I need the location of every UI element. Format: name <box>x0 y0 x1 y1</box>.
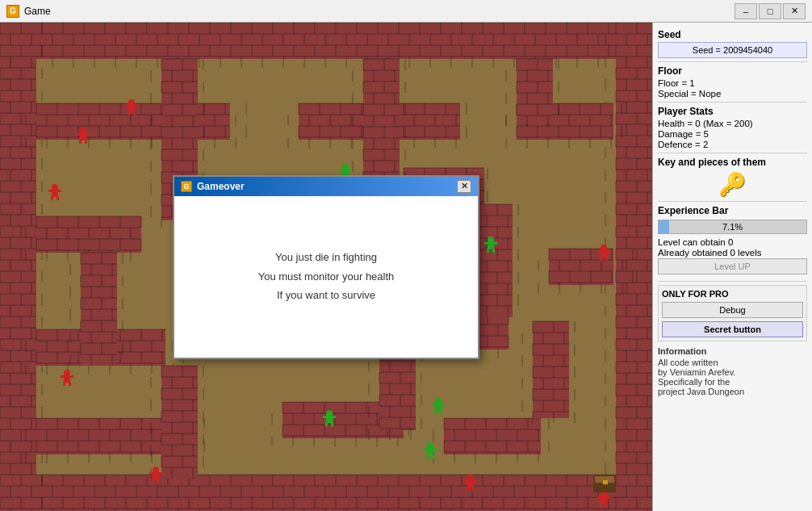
dialog-close-button[interactable]: ✕ <box>457 180 471 193</box>
player-stats-title: Player Stats <box>658 106 807 117</box>
info-title: Information <box>658 346 807 356</box>
key-section-title: Key and pieces of them <box>658 157 807 168</box>
title-bar-left: G Game <box>6 5 51 18</box>
main-area: G Gameover ✕ You just die in fighting Yo… <box>0 23 812 511</box>
dialog-line1: You just die in fighting <box>258 248 395 266</box>
minimize-button[interactable]: – <box>735 3 757 19</box>
window-title: Game <box>24 6 51 17</box>
maximize-button[interactable]: □ <box>759 3 781 19</box>
dialog-message: You just die in fighting You must monito… <box>258 248 395 304</box>
divider-3 <box>658 153 807 153</box>
dialog-content: You just die in fighting You must monito… <box>174 196 478 358</box>
level-can-obtain: Level can obtain 0 <box>658 237 807 247</box>
secret-button[interactable]: Secret button <box>662 321 803 337</box>
dialog-title-text: Gameover <box>197 181 245 192</box>
dialog-titlebar: G Gameover ✕ <box>174 177 478 196</box>
title-bar-controls[interactable]: – □ ✕ <box>735 3 806 19</box>
level-up-button[interactable]: Level UP <box>658 258 807 274</box>
dialog-title-left: G Gameover <box>181 181 245 192</box>
exp-bar-container: 7.1% <box>658 220 807 234</box>
game-area: G Gameover ✕ You just die in fighting Yo… <box>0 23 652 511</box>
gameover-dialog: G Gameover ✕ You just die in fighting Yo… <box>173 175 479 359</box>
divider-4 <box>658 201 807 202</box>
dialog-icon: G <box>181 181 192 192</box>
dialog-line2: You must monitor your health <box>258 267 395 286</box>
info-line1: All code written <box>658 358 807 367</box>
title-bar: G Game – □ ✕ <box>0 0 812 23</box>
dialog-overlay: G Gameover ✕ You just die in fighting Yo… <box>0 23 652 511</box>
key-icon: 🔑 <box>658 171 807 198</box>
special-value: Special = Nope <box>658 89 807 98</box>
info-line4: project Java Dungeon <box>658 387 807 396</box>
exp-bar-title: Experience Bar <box>658 205 807 216</box>
pro-section: ONLY FOR PRO Debug Secret button <box>658 285 807 341</box>
divider-1 <box>658 61 807 62</box>
pro-section-title: ONLY FOR PRO <box>662 289 803 299</box>
health-value: Health = 0 (Max = 200) <box>658 119 807 128</box>
floor-value: Floor = 1 <box>658 78 807 88</box>
already-obtained: Already obtained 0 levels <box>658 248 807 258</box>
dialog-line3: If you want to survive <box>258 286 395 304</box>
seed-section-title: Seed <box>658 29 807 40</box>
damage-value: Damage = 5 <box>658 129 807 139</box>
seed-value: Seed = 2009454040 <box>658 42 807 58</box>
info-line2: by Veniamin Arefev. <box>658 367 807 377</box>
sidebar: Seed Seed = 2009454040 Floor Floor = 1 S… <box>652 23 812 511</box>
close-button[interactable]: ✕ <box>783 3 806 19</box>
divider-2 <box>658 102 807 103</box>
exp-bar-label: 7.1% <box>659 220 806 233</box>
floor-section-title: Floor <box>658 65 807 77</box>
divider-5 <box>658 281 807 282</box>
app-icon: G <box>6 5 19 18</box>
debug-button[interactable]: Debug <box>662 302 803 318</box>
info-line3: Specifically for the <box>658 377 807 387</box>
defence-value: Defence = 2 <box>658 140 807 149</box>
info-section: Information All code written by Veniamin… <box>658 346 807 396</box>
